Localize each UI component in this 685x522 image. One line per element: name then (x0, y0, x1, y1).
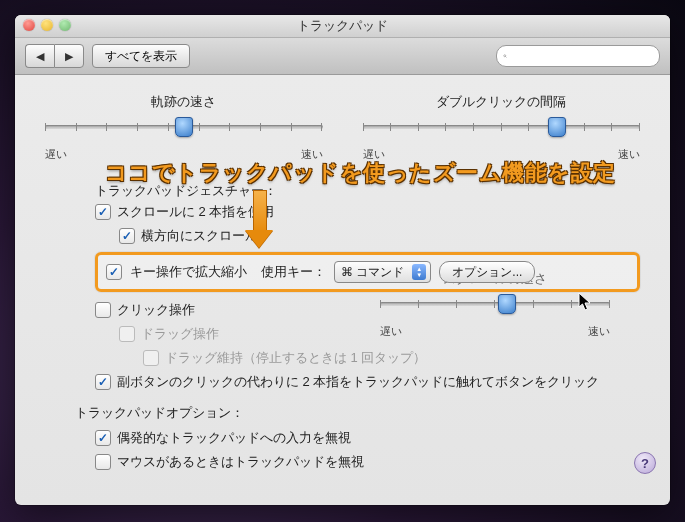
traffic-lights (23, 19, 71, 31)
zoom-checkbox-label: キー操作で拡大縮小 (130, 263, 247, 281)
drag-lock-checkbox: ドラッグ維持（停止するときは 1 回タップ） (143, 346, 640, 370)
checkbox-icon (95, 454, 111, 470)
secondary-click-checkbox[interactable]: 副ボタンのクリックの代わりに 2 本指をトラックパッドに触れてボタンをクリック (95, 370, 640, 394)
help-button[interactable]: ? (634, 452, 656, 474)
doubleclick-speed-label: ダブルクリックの間隔 (363, 93, 641, 111)
zoom-row-highlight: キー操作で拡大縮小 使用キー： ⌘ コマンド ▲▼ オプション... (95, 252, 640, 292)
svg-line-1 (506, 57, 507, 58)
tracking-speed-slider[interactable] (45, 117, 323, 145)
show-all-button[interactable]: すべてを表示 (92, 44, 190, 68)
checkbox-icon (95, 374, 111, 390)
back-button[interactable]: ◀ (25, 44, 54, 68)
checkbox-icon (95, 204, 111, 220)
search-input[interactable] (511, 49, 653, 63)
checkbox-icon (119, 228, 135, 244)
gestures-section-title: トラックパッドジェスチャー： (95, 182, 640, 200)
checkbox-icon (143, 350, 159, 366)
two-finger-scroll-checkbox[interactable]: スクロールに 2 本指を使用 (95, 200, 640, 224)
ignore-when-mouse-checkbox[interactable]: マウスがあるときはトラックパッドを無視 (95, 450, 640, 474)
chevron-updown-icon: ▲▼ (412, 264, 426, 280)
forward-icon: ▶ (65, 50, 73, 63)
window-title: トラックパッド (297, 18, 388, 33)
close-button[interactable] (23, 19, 35, 31)
zoom-key-popup[interactable]: ⌘ コマンド ▲▼ (334, 261, 431, 283)
preferences-window: トラックパッド ◀ ▶ すべてを表示 軌跡の速さ 遅い速い ダブルク (15, 15, 670, 505)
options-section-title: トラックパッドオプション： (75, 404, 640, 422)
scroll-speed-slider[interactable] (380, 294, 610, 322)
horizontal-scroll-checkbox[interactable]: 横方向にスクロール (119, 224, 640, 248)
doubleclick-speed-slider[interactable] (363, 117, 641, 145)
nav-segment: ◀ ▶ (25, 44, 84, 68)
toolbar: ◀ ▶ すべてを表示 (15, 38, 670, 75)
search-icon (503, 50, 507, 62)
doubleclick-speed-group: ダブルクリックの間隔 遅い速い (363, 93, 641, 162)
zoom-checkbox[interactable] (106, 264, 122, 280)
checkbox-icon (95, 430, 111, 446)
tracking-speed-label: 軌跡の速さ (45, 93, 323, 111)
tracking-speed-group: 軌跡の速さ 遅い速い (45, 93, 323, 162)
minimize-button[interactable] (41, 19, 53, 31)
checkbox-icon (119, 326, 135, 342)
search-field[interactable] (496, 45, 660, 67)
titlebar: トラックパッド (15, 15, 670, 38)
zoom-options-button[interactable]: オプション... (439, 261, 535, 283)
zoom-key-label: 使用キー： (261, 263, 326, 281)
checkbox-icon (95, 302, 111, 318)
content-area: 軌跡の速さ 遅い速い ダブルクリックの間隔 遅い速い トラックパッドジェスチャー… (15, 75, 670, 484)
svg-point-0 (504, 55, 506, 57)
ignore-accidental-checkbox[interactable]: 偶発的なトラックパッドへの入力を無視 (95, 426, 640, 450)
forward-button[interactable]: ▶ (54, 44, 84, 68)
back-icon: ◀ (36, 50, 44, 63)
zoom-button[interactable] (59, 19, 71, 31)
